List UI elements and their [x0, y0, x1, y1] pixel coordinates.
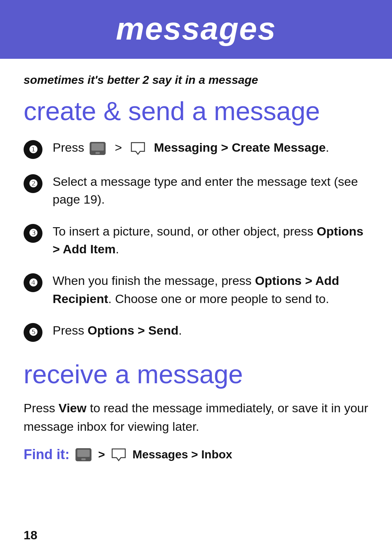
create-section-title: create & send a message [24, 97, 368, 126]
receive-section: receive a message Press View to read the… [24, 360, 368, 462]
step-item-5: ❺ Press Options > Send. [24, 322, 368, 342]
step-text-5: Press Options > Send. [53, 322, 368, 339]
step-bullet-4: ❹ [24, 273, 42, 292]
receive-section-title: receive a message [24, 360, 368, 389]
svg-rect-1 [91, 143, 104, 151]
steps-list: ❶ Press > Messaging > Create Message. ❷ [24, 139, 368, 342]
msg-icon-find [111, 448, 126, 461]
find-it-nav-text: Messages > Inbox [129, 448, 232, 461]
page-number: 18 [24, 528, 37, 542]
step-text-3: To insert a picture, sound, or other obj… [53, 222, 368, 258]
step-item-2: ❷ Select a message type and enter the me… [24, 173, 368, 209]
svg-rect-4 [77, 450, 90, 457]
device-icon-1 [89, 142, 106, 155]
step-item-1: ❶ Press > Messaging > Create Message. [24, 139, 368, 159]
step-text-2: Select a message type and enter the mess… [53, 173, 368, 209]
step-item-4: ❹ When you finish the message, press Opt… [24, 272, 368, 308]
step-bullet-3: ❸ [24, 224, 42, 243]
step-text-1: Press > Messaging > Create Message. [53, 139, 368, 156]
svg-rect-5 [81, 458, 86, 460]
find-it-row: Find it: > Messages > Inbox [24, 447, 368, 462]
receive-body-text: Press View to read the message immediate… [24, 399, 368, 436]
svg-rect-2 [95, 152, 100, 154]
step-bullet-1: ❶ [24, 140, 42, 159]
step-bullet-5: ❺ [24, 323, 42, 342]
find-it-label: Find it: [24, 447, 70, 462]
find-it-arrow-1: > [95, 448, 108, 461]
header-banner: messages [0, 0, 392, 59]
step-text-4: When you finish the message, press Optio… [53, 272, 368, 308]
device-icon-find [75, 448, 92, 462]
msg-icon-1 [131, 142, 145, 155]
step-item-3: ❸ To insert a picture, sound, or other o… [24, 222, 368, 258]
page-title: messages [116, 11, 276, 46]
main-content: sometimes it's better 2 say it in a mess… [0, 59, 392, 484]
step-bullet-2: ❷ [24, 174, 42, 193]
subtitle: sometimes it's better 2 say it in a mess… [24, 73, 368, 87]
